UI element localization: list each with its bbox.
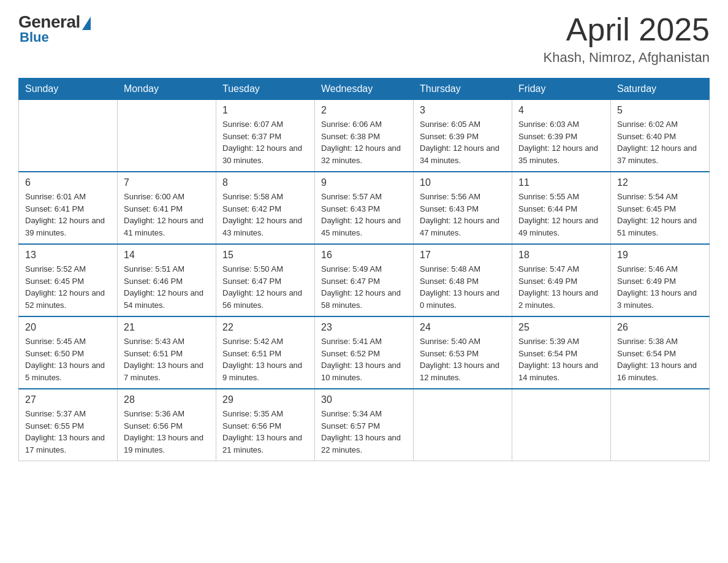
calendar-cell: 27Sunrise: 5:37 AM Sunset: 6:55 PM Dayli… (19, 389, 118, 461)
day-info: Sunrise: 5:50 AM Sunset: 6:47 PM Dayligh… (222, 263, 308, 311)
day-number: 18 (518, 250, 604, 261)
day-info: Sunrise: 6:05 AM Sunset: 6:39 PM Dayligh… (420, 118, 506, 166)
day-number: 8 (222, 177, 308, 188)
day-number: 16 (321, 250, 407, 261)
day-info: Sunrise: 5:36 AM Sunset: 6:56 PM Dayligh… (124, 408, 210, 456)
day-number: 19 (617, 250, 703, 261)
day-number: 2 (321, 105, 407, 116)
day-number: 21 (124, 322, 210, 333)
day-info: Sunrise: 5:58 AM Sunset: 6:42 PM Dayligh… (222, 191, 308, 239)
calendar-cell: 18Sunrise: 5:47 AM Sunset: 6:49 PM Dayli… (512, 244, 611, 316)
day-info: Sunrise: 5:52 AM Sunset: 6:45 PM Dayligh… (25, 263, 111, 311)
day-info: Sunrise: 5:45 AM Sunset: 6:50 PM Dayligh… (25, 335, 111, 383)
day-info: Sunrise: 5:40 AM Sunset: 6:53 PM Dayligh… (420, 335, 506, 383)
calendar-cell: 13Sunrise: 5:52 AM Sunset: 6:45 PM Dayli… (19, 244, 118, 316)
calendar-header-monday: Monday (118, 79, 216, 100)
calendar-header-wednesday: Wednesday (315, 79, 414, 100)
day-info: Sunrise: 5:47 AM Sunset: 6:49 PM Dayligh… (518, 263, 604, 311)
calendar-cell (19, 100, 118, 172)
day-info: Sunrise: 6:01 AM Sunset: 6:41 PM Dayligh… (25, 191, 111, 239)
calendar-cell: 29Sunrise: 5:35 AM Sunset: 6:56 PM Dayli… (216, 389, 315, 461)
day-info: Sunrise: 5:43 AM Sunset: 6:51 PM Dayligh… (124, 335, 210, 383)
day-info: Sunrise: 5:38 AM Sunset: 6:54 PM Dayligh… (617, 335, 703, 383)
day-number: 1 (222, 105, 308, 116)
day-info: Sunrise: 5:41 AM Sunset: 6:52 PM Dayligh… (321, 335, 407, 383)
calendar-cell: 15Sunrise: 5:50 AM Sunset: 6:47 PM Dayli… (216, 244, 315, 316)
calendar-header-row: SundayMondayTuesdayWednesdayThursdayFrid… (19, 79, 710, 100)
calendar-cell: 22Sunrise: 5:42 AM Sunset: 6:51 PM Dayli… (216, 316, 315, 389)
calendar-cell: 24Sunrise: 5:40 AM Sunset: 6:53 PM Dayli… (414, 316, 512, 389)
day-number: 7 (124, 177, 210, 188)
day-number: 17 (420, 250, 506, 261)
calendar-cell: 14Sunrise: 5:51 AM Sunset: 6:46 PM Dayli… (118, 244, 216, 316)
calendar-cell: 2Sunrise: 6:06 AM Sunset: 6:38 PM Daylig… (315, 100, 414, 172)
calendar-cell: 25Sunrise: 5:39 AM Sunset: 6:54 PM Dayli… (512, 316, 611, 389)
day-number: 11 (518, 177, 604, 188)
calendar-cell: 8Sunrise: 5:58 AM Sunset: 6:42 PM Daylig… (216, 172, 315, 244)
day-number: 12 (617, 177, 703, 188)
calendar-cell: 7Sunrise: 6:00 AM Sunset: 6:41 PM Daylig… (118, 172, 216, 244)
calendar-header-friday: Friday (512, 79, 611, 100)
day-number: 22 (222, 322, 308, 333)
day-number: 3 (420, 105, 506, 116)
day-number: 4 (518, 105, 604, 116)
calendar-cell (611, 389, 710, 461)
calendar-cell: 10Sunrise: 5:56 AM Sunset: 6:43 PM Dayli… (414, 172, 512, 244)
day-info: Sunrise: 6:00 AM Sunset: 6:41 PM Dayligh… (124, 191, 210, 239)
calendar-header-tuesday: Tuesday (216, 79, 315, 100)
calendar-cell: 11Sunrise: 5:55 AM Sunset: 6:44 PM Dayli… (512, 172, 611, 244)
day-info: Sunrise: 6:07 AM Sunset: 6:37 PM Dayligh… (222, 118, 308, 166)
day-number: 20 (25, 322, 111, 333)
day-number: 28 (124, 394, 210, 405)
calendar-week-row: 1Sunrise: 6:07 AM Sunset: 6:37 PM Daylig… (19, 100, 710, 172)
title-block: April 2025 Khash, Nimroz, Afghanistan (544, 12, 710, 66)
day-number: 24 (420, 322, 506, 333)
day-number: 23 (321, 322, 407, 333)
day-info: Sunrise: 5:55 AM Sunset: 6:44 PM Dayligh… (518, 191, 604, 239)
day-number: 15 (222, 250, 308, 261)
calendar-cell: 4Sunrise: 6:03 AM Sunset: 6:39 PM Daylig… (512, 100, 611, 172)
calendar-header-sunday: Sunday (19, 79, 118, 100)
day-number: 5 (617, 105, 703, 116)
calendar-cell: 16Sunrise: 5:49 AM Sunset: 6:47 PM Dayli… (315, 244, 414, 316)
calendar-cell: 1Sunrise: 6:07 AM Sunset: 6:37 PM Daylig… (216, 100, 315, 172)
day-info: Sunrise: 5:51 AM Sunset: 6:46 PM Dayligh… (124, 263, 210, 311)
calendar-cell: 9Sunrise: 5:57 AM Sunset: 6:43 PM Daylig… (315, 172, 414, 244)
day-number: 14 (124, 250, 210, 261)
calendar-table: SundayMondayTuesdayWednesdayThursdayFrid… (18, 78, 710, 461)
day-info: Sunrise: 5:39 AM Sunset: 6:54 PM Dayligh… (518, 335, 604, 383)
day-number: 25 (518, 322, 604, 333)
day-number: 30 (321, 394, 407, 405)
calendar-title: April 2025 (544, 12, 710, 47)
day-info: Sunrise: 5:57 AM Sunset: 6:43 PM Dayligh… (321, 191, 407, 239)
calendar-cell: 20Sunrise: 5:45 AM Sunset: 6:50 PM Dayli… (19, 316, 118, 389)
calendar-cell: 6Sunrise: 6:01 AM Sunset: 6:41 PM Daylig… (19, 172, 118, 244)
logo-triangle-icon (82, 17, 91, 30)
day-info: Sunrise: 5:34 AM Sunset: 6:57 PM Dayligh… (321, 408, 407, 456)
day-info: Sunrise: 6:03 AM Sunset: 6:39 PM Dayligh… (518, 118, 604, 166)
calendar-cell: 3Sunrise: 6:05 AM Sunset: 6:39 PM Daylig… (414, 100, 512, 172)
day-info: Sunrise: 5:49 AM Sunset: 6:47 PM Dayligh… (321, 263, 407, 311)
calendar-cell (414, 389, 512, 461)
day-info: Sunrise: 5:37 AM Sunset: 6:55 PM Dayligh… (25, 408, 111, 456)
calendar-week-row: 6Sunrise: 6:01 AM Sunset: 6:41 PM Daylig… (19, 172, 710, 244)
calendar-week-row: 27Sunrise: 5:37 AM Sunset: 6:55 PM Dayli… (19, 389, 710, 461)
calendar-cell: 23Sunrise: 5:41 AM Sunset: 6:52 PM Dayli… (315, 316, 414, 389)
calendar-cell: 21Sunrise: 5:43 AM Sunset: 6:51 PM Dayli… (118, 316, 216, 389)
calendar-cell (512, 389, 611, 461)
calendar-cell: 12Sunrise: 5:54 AM Sunset: 6:45 PM Dayli… (611, 172, 710, 244)
day-number: 10 (420, 177, 506, 188)
page-header: General Blue April 2025 Khash, Nimroz, A… (18, 12, 710, 66)
day-number: 26 (617, 322, 703, 333)
calendar-cell: 5Sunrise: 6:02 AM Sunset: 6:40 PM Daylig… (611, 100, 710, 172)
day-info: Sunrise: 5:48 AM Sunset: 6:48 PM Dayligh… (420, 263, 506, 311)
day-number: 27 (25, 394, 111, 405)
calendar-location: Khash, Nimroz, Afghanistan (544, 50, 710, 66)
day-number: 6 (25, 177, 111, 188)
day-number: 13 (25, 250, 111, 261)
calendar-header-thursday: Thursday (414, 79, 512, 100)
calendar-header-saturday: Saturday (611, 79, 710, 100)
day-info: Sunrise: 6:02 AM Sunset: 6:40 PM Dayligh… (617, 118, 703, 166)
calendar-cell: 30Sunrise: 5:34 AM Sunset: 6:57 PM Dayli… (315, 389, 414, 461)
calendar-cell: 28Sunrise: 5:36 AM Sunset: 6:56 PM Dayli… (118, 389, 216, 461)
